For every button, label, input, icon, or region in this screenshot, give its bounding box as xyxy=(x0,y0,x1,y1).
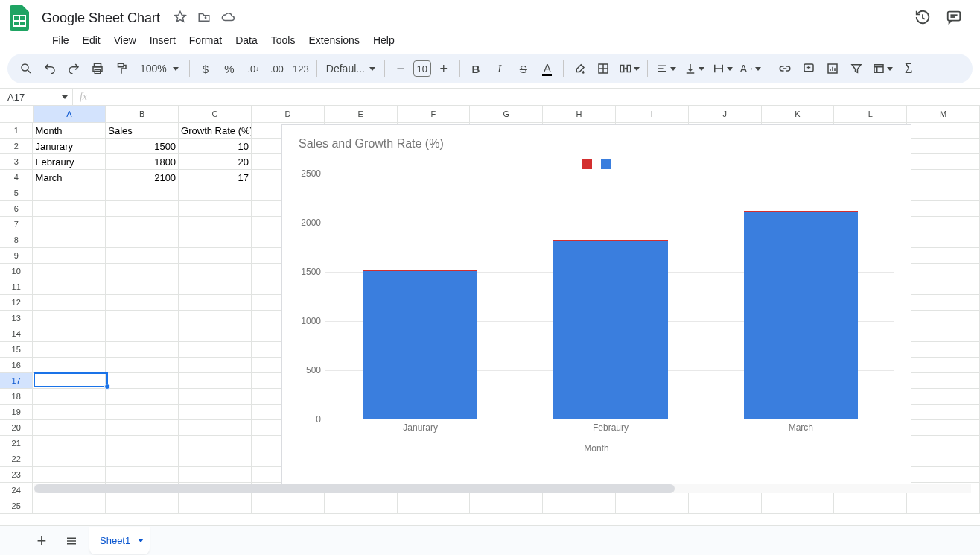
cell[interactable] xyxy=(762,498,835,514)
cell[interactable] xyxy=(907,420,980,436)
row-header[interactable]: 11 xyxy=(0,279,33,295)
cell[interactable] xyxy=(106,295,179,311)
cell[interactable] xyxy=(616,498,689,514)
column-header[interactable]: I xyxy=(616,106,689,123)
column-header[interactable]: A xyxy=(34,106,106,123)
row-header[interactable]: 1 xyxy=(0,123,33,139)
row-header[interactable]: 2 xyxy=(0,139,33,154)
cell[interactable] xyxy=(33,279,106,295)
number-format-button[interactable]: 123 xyxy=(290,57,312,80)
cell[interactable] xyxy=(33,498,106,514)
vertical-align-button[interactable] xyxy=(681,57,707,80)
insert-chart-button[interactable] xyxy=(821,57,844,80)
cell[interactable] xyxy=(907,295,980,311)
cell[interactable] xyxy=(907,498,980,514)
cell[interactable] xyxy=(179,185,252,201)
column-header[interactable]: K xyxy=(762,106,835,123)
cell[interactable] xyxy=(179,279,252,295)
horizontal-align-button[interactable] xyxy=(652,57,679,80)
cell[interactable] xyxy=(907,342,980,358)
cell[interactable] xyxy=(106,342,179,358)
menu-data[interactable]: Data xyxy=(229,31,264,49)
cell[interactable] xyxy=(907,279,980,295)
cell[interactable] xyxy=(33,467,106,483)
cell[interactable] xyxy=(543,498,616,514)
cell[interactable]: 1800 xyxy=(106,154,179,170)
cell[interactable] xyxy=(689,498,762,514)
cell[interactable] xyxy=(106,232,179,248)
filter-views-button[interactable] xyxy=(869,57,896,80)
cell[interactable] xyxy=(907,201,980,217)
undo-icon[interactable] xyxy=(39,57,61,80)
italic-button[interactable]: I xyxy=(489,57,511,80)
column-header[interactable]: E xyxy=(325,106,398,123)
cell[interactable] xyxy=(106,420,179,436)
cell[interactable] xyxy=(106,498,179,514)
increase-decimal-icon[interactable]: .00 xyxy=(266,57,288,80)
menu-extensions[interactable]: Extensions xyxy=(302,31,365,49)
sheet-tab-active[interactable]: Sheet1 xyxy=(89,527,150,554)
cell[interactable]: Sales xyxy=(106,123,179,139)
menu-insert[interactable]: Insert xyxy=(144,31,182,49)
cell[interactable] xyxy=(106,279,179,295)
bold-button[interactable]: B xyxy=(465,57,487,80)
cell[interactable] xyxy=(179,326,252,342)
cell[interactable] xyxy=(33,342,106,358)
text-rotation-button[interactable]: A→ xyxy=(737,57,764,80)
cell[interactable] xyxy=(907,217,980,232)
cell[interactable] xyxy=(33,248,106,264)
cell[interactable] xyxy=(398,498,471,514)
currency-button[interactable]: $ xyxy=(194,57,217,80)
cell[interactable] xyxy=(252,498,325,514)
cell[interactable] xyxy=(179,420,252,436)
cell[interactable] xyxy=(907,405,980,420)
font-size-input[interactable]: 10 xyxy=(413,60,431,77)
comments-icon[interactable] xyxy=(946,9,962,28)
cell[interactable] xyxy=(907,170,980,185)
row-header[interactable]: 24 xyxy=(0,483,33,498)
cell[interactable] xyxy=(179,405,252,420)
doc-title[interactable]: Google Sheet Chart xyxy=(37,9,165,28)
zoom-dropdown[interactable]: 100% xyxy=(134,57,185,80)
cell[interactable] xyxy=(907,139,980,154)
cell[interactable] xyxy=(106,389,179,405)
cell[interactable] xyxy=(33,420,106,436)
row-header[interactable]: 12 xyxy=(0,295,33,311)
cell[interactable] xyxy=(179,451,252,467)
cell[interactable] xyxy=(33,185,106,201)
cell[interactable]: Month xyxy=(33,123,106,139)
cell[interactable] xyxy=(179,498,252,514)
cell[interactable]: Janurary xyxy=(33,139,106,154)
cell[interactable] xyxy=(33,311,106,326)
cell[interactable] xyxy=(907,358,980,373)
column-header[interactable]: J xyxy=(689,106,762,123)
cell[interactable] xyxy=(106,436,179,451)
cell[interactable] xyxy=(179,342,252,358)
row-header[interactable]: 22 xyxy=(0,451,33,467)
cell[interactable] xyxy=(33,373,106,389)
cell[interactable] xyxy=(33,436,106,451)
redo-icon[interactable] xyxy=(63,57,85,80)
cell[interactable] xyxy=(907,123,980,139)
row-header[interactable]: 20 xyxy=(0,420,33,436)
row-header[interactable]: 10 xyxy=(0,264,33,279)
column-header[interactable]: B xyxy=(106,106,179,123)
cell[interactable] xyxy=(907,248,980,264)
cell[interactable] xyxy=(179,467,252,483)
menu-edit[interactable]: Edit xyxy=(77,31,106,49)
cell[interactable] xyxy=(907,154,980,170)
column-header[interactable]: G xyxy=(470,106,543,123)
cell[interactable] xyxy=(33,405,106,420)
font-family-dropdown[interactable]: Defaul... xyxy=(322,57,380,80)
row-header[interactable]: 8 xyxy=(0,232,33,248)
cell[interactable] xyxy=(179,248,252,264)
cell[interactable] xyxy=(325,498,398,514)
cell[interactable] xyxy=(179,232,252,248)
cell[interactable] xyxy=(907,311,980,326)
star-icon[interactable] xyxy=(174,10,187,26)
paint-format-icon[interactable] xyxy=(110,57,133,80)
cell[interactable] xyxy=(834,498,907,514)
column-header[interactable]: H xyxy=(543,106,616,123)
percent-button[interactable]: % xyxy=(218,57,241,80)
cell[interactable] xyxy=(179,358,252,373)
